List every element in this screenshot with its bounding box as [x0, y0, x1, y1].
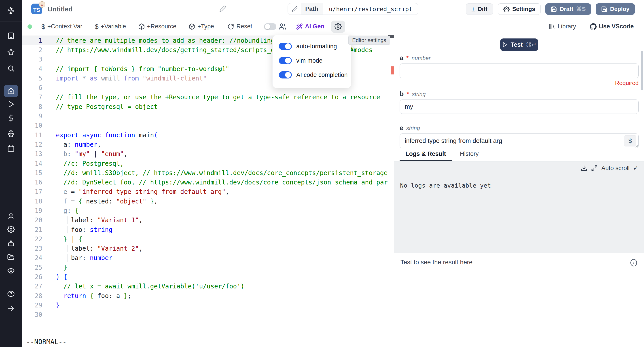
- tab-logs-result[interactable]: Logs & Result: [400, 148, 452, 161]
- panel-scrollbar-thumb[interactable]: [641, 51, 643, 90]
- menu-item-auto-formatting: auto-formatting: [279, 41, 351, 52]
- code-line[interactable]: 21 foo: string: [22, 225, 388, 234]
- sidebar-item-schedules[interactable]: [4, 143, 18, 154]
- code-line[interactable]: 20 label: "Variant 1",: [22, 216, 388, 225]
- vim-mode-toggle[interactable]: [279, 57, 292, 64]
- error-marker: [391, 66, 394, 74]
- calendar-icon: [7, 145, 15, 152]
- library-label: Library: [558, 23, 576, 30]
- sidebar-item-runs[interactable]: [4, 99, 18, 110]
- auto-scroll-label[interactable]: Auto scroll: [601, 165, 630, 172]
- no-logs-text: No logs are available yet: [400, 182, 638, 189]
- code-line[interactable]: 7// fill the type, or use the +Resource …: [22, 92, 388, 102]
- ai-gen-button[interactable]: AI Gen: [296, 23, 324, 30]
- code-line[interactable]: 15 //d: wmill.S3Object, // https://www.w…: [22, 168, 388, 178]
- code-text: b: "my" | "enum",: [42, 150, 388, 158]
- sidebar-item-workers[interactable]: [4, 238, 18, 249]
- code-line[interactable]: 8// type Postgresql = object: [22, 102, 388, 111]
- code-text: ) {: [42, 273, 388, 280]
- add-type-button[interactable]: +Type: [188, 23, 214, 30]
- sidebar-item-settings[interactable]: [4, 224, 18, 235]
- expand-icon[interactable]: [591, 165, 598, 172]
- sidebar-item-resources[interactable]: [4, 128, 18, 139]
- code-line[interactable]: 24 bar: number: [22, 253, 388, 263]
- code-line[interactable]: 23 label: "Variant 2",: [22, 244, 388, 253]
- info-icon[interactable]: [630, 259, 638, 267]
- windmill-logo[interactable]: [0, 0, 22, 22]
- code-line[interactable]: 26) {: [22, 272, 388, 282]
- code-line[interactable]: 19 g: {: [22, 206, 388, 215]
- add-context-var-label: +Context Var: [48, 23, 82, 30]
- reset-button[interactable]: Reset: [228, 23, 252, 30]
- sidebar-item-folders[interactable]: [4, 252, 18, 263]
- download-icon[interactable]: [581, 165, 588, 172]
- editor-scrollbar[interactable]: [388, 35, 394, 347]
- code-line[interactable]: 16 //d: DynSelect_foo, // https://www.wi…: [22, 178, 388, 187]
- line-number: 22: [22, 236, 42, 243]
- use-vscode-button[interactable]: Use VScode: [590, 23, 634, 30]
- path-edit-pencil-icon[interactable]: [288, 6, 301, 12]
- code-line[interactable]: 18 f = { nested: "object" },: [22, 196, 388, 206]
- tab-history[interactable]: History: [454, 148, 484, 161]
- search-icon: [7, 64, 15, 72]
- sidebar-item-audit[interactable]: [4, 266, 18, 276]
- add-resource-button[interactable]: +Resource: [138, 23, 176, 30]
- edit-title-pencil-icon[interactable]: [219, 5, 226, 12]
- sidebar-item-account[interactable]: [4, 211, 18, 222]
- line-number: 10: [22, 122, 42, 129]
- settings-button[interactable]: Settings: [498, 3, 541, 15]
- robot-icon: [7, 240, 15, 248]
- deploy-button[interactable]: Deploy: [596, 3, 635, 15]
- line-number: 6: [22, 84, 42, 92]
- code-line[interactable]: 27 // let x = await wmill.getVariable('u…: [22, 282, 388, 291]
- code-line[interactable]: 12 a: number,: [22, 140, 388, 149]
- resize-handle-icon[interactable]: [634, 144, 638, 148]
- draft-button[interactable]: Draft ⌘S: [546, 3, 591, 15]
- editor-settings-button[interactable]: [331, 20, 345, 33]
- code-line[interactable]: 11export async function main(: [22, 130, 388, 140]
- code-text: bar: number: [42, 254, 388, 262]
- ai-code-completion-toggle[interactable]: [279, 71, 292, 78]
- field-b-input[interactable]: [400, 100, 639, 114]
- settings-label: Settings: [512, 6, 535, 12]
- code-line[interactable]: 22 } | {: [22, 234, 388, 244]
- line-number: 15: [22, 169, 42, 177]
- code-line[interactable]: 29}: [22, 300, 388, 310]
- path-pill[interactable]: Path u/henri/restored_script: [288, 3, 418, 15]
- check-icon[interactable]: ✓: [633, 164, 638, 172]
- sidebar-item-search[interactable]: [4, 63, 18, 74]
- sidebar-item-workspace[interactable]: [4, 30, 18, 41]
- library-button[interactable]: Library: [548, 23, 576, 30]
- path-value[interactable]: u/henri/restored_script: [323, 6, 418, 12]
- sidebar-item-help[interactable]: [4, 288, 18, 299]
- sidebar-item-variables[interactable]: [4, 113, 18, 124]
- sidebar-item-favorites[interactable]: [4, 47, 18, 58]
- line-number: 5: [22, 75, 42, 82]
- field-e-input[interactable]: [400, 134, 639, 148]
- code-line[interactable]: 28 return { foo: a };: [22, 291, 388, 300]
- multiplayer-toggle[interactable]: [264, 23, 276, 30]
- line-number: 20: [22, 216, 42, 224]
- sidebar-collapse[interactable]: [4, 303, 18, 314]
- run-panel: Test ⌘↵ a* number Required b* string: [394, 35, 644, 347]
- windmill-app: TS Untitled Path u/henri/restored_script…: [0, 0, 644, 347]
- code-line[interactable]: 10: [22, 121, 388, 130]
- code-line[interactable]: 13 b: "my" | "enum",: [22, 149, 388, 159]
- field-a-input[interactable]: [400, 64, 639, 78]
- code-line[interactable]: 17 e = "inferred type string from defaul…: [22, 187, 388, 196]
- sidebar-item-home[interactable]: [4, 85, 18, 97]
- code-line[interactable]: 30: [22, 310, 388, 320]
- test-button[interactable]: Test ⌘↵: [500, 38, 538, 51]
- add-variable-button[interactable]: $ +Variable: [95, 23, 126, 30]
- code-line[interactable]: 14 //c: Postgresql,: [22, 159, 388, 168]
- draft-label: Draft: [560, 6, 573, 12]
- boxes-icon: [7, 130, 15, 137]
- path-label: Path: [301, 3, 323, 14]
- editor-settings-tooltip: Editor settings: [348, 36, 390, 45]
- menu-item-ai-code-completion: AI code completion: [279, 70, 351, 80]
- add-context-var-button[interactable]: $ +Context Var: [41, 23, 82, 30]
- diff-button[interactable]: ± Diff: [466, 3, 493, 15]
- code-line[interactable]: 9: [22, 111, 388, 121]
- auto-formatting-toggle[interactable]: [279, 43, 292, 50]
- code-line[interactable]: 25 }: [22, 263, 388, 272]
